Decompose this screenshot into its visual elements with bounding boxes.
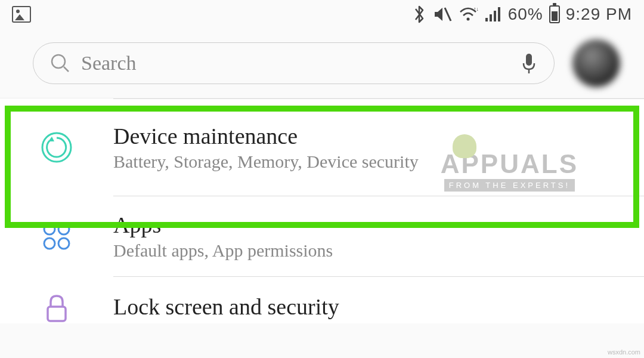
search-bar[interactable]: Search [33,42,555,84]
search-row: Search [0,29,644,98]
signal-icon [484,6,502,23]
settings-item-device-maintenance[interactable]: Device maintenance Battery, Storage, Mem… [0,99,644,196]
apps-icon [41,220,73,252]
item-subtitle: Default apps, App permissions [113,240,644,261]
item-title: Lock screen and security [113,294,644,320]
svg-rect-5 [494,11,496,21]
svg-point-1 [466,18,469,21]
settings-list: Device maintenance Battery, Storage, Mem… [0,98,644,323]
svg-point-15 [58,238,69,249]
svg-rect-4 [490,14,492,21]
corner-credit: wsxdn.com [608,348,640,356]
svg-rect-16 [48,307,66,321]
search-icon [50,53,70,73]
item-title: Apps [113,212,644,238]
maintenance-icon [39,129,75,165]
settings-item-lock-screen[interactable]: Lock screen and security [0,277,644,323]
svg-point-14 [44,238,55,249]
svg-point-7 [52,55,65,68]
svg-rect-3 [485,18,488,21]
image-notification-icon [12,6,31,23]
lock-icon [42,292,71,323]
svg-point-12 [44,224,55,234]
wifi-icon: ↑↓ [458,6,478,23]
mic-icon[interactable] [521,51,537,75]
item-title: Device maintenance [113,123,644,149]
battery-icon [549,5,560,23]
svg-point-13 [58,224,69,234]
clock-time: 9:29 PM [566,5,632,24]
svg-rect-9 [526,54,532,66]
mute-icon [433,5,452,23]
settings-item-apps[interactable]: Apps Default apps, App permissions [0,196,644,276]
search-input[interactable]: Search [81,52,521,75]
bluetooth-icon [411,5,427,23]
status-bar: ↑↓ 60% 9:29 PM [0,0,644,29]
svg-line-8 [64,67,69,72]
battery-percent: 60% [508,5,543,24]
item-subtitle: Battery, Storage, Memory, Device securit… [113,152,644,172]
svg-text:↑↓: ↑↓ [473,6,478,12]
svg-rect-6 [498,7,500,21]
svg-line-0 [445,8,451,21]
avatar[interactable] [572,39,620,87]
